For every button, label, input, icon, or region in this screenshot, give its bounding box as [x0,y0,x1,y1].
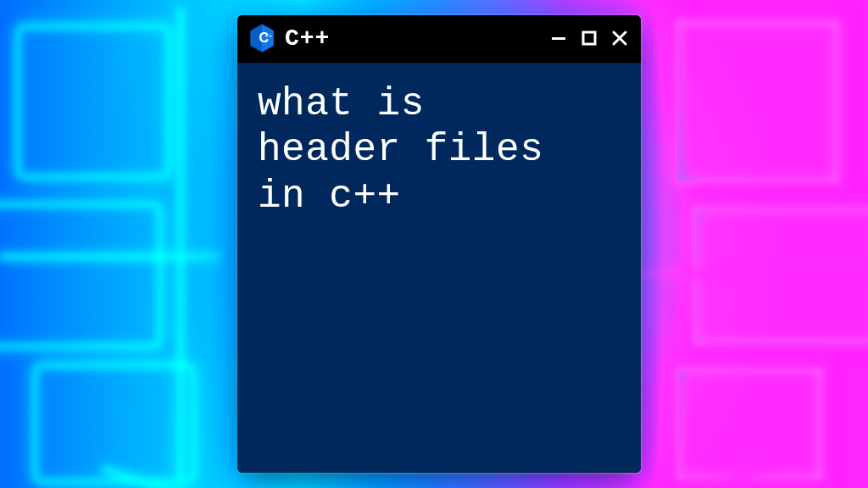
close-button[interactable] [610,29,629,47]
content-text: what is header files in c++ [258,81,620,219]
close-icon [611,30,628,47]
svg-text:+: + [265,33,269,38]
app-window: C + + C++ [237,15,641,473]
window-controls [549,29,629,47]
minimize-button[interactable] [549,29,568,47]
window-title: C++ [285,25,330,52]
stage: C + + C++ [0,0,868,488]
svg-rect-6 [583,32,595,44]
content-area: what is header files in c++ [237,63,641,473]
cpp-icon: C + + [249,24,275,53]
svg-rect-5 [552,37,565,40]
maximize-icon [581,30,598,47]
minimize-icon [550,30,567,47]
svg-text:+: + [269,33,272,38]
maximize-button[interactable] [580,29,598,47]
title-left: C + + C++ [249,24,330,53]
titlebar[interactable]: C + + C++ [237,15,641,63]
